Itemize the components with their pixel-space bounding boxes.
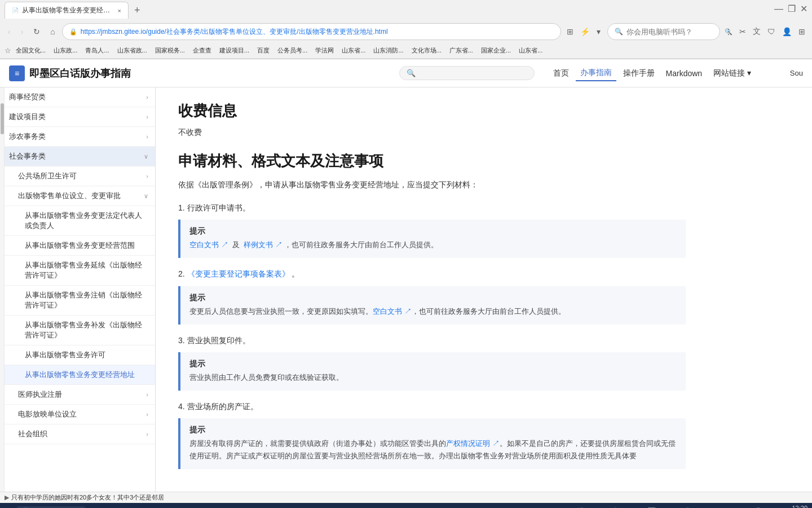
address-text: https://jmbszn.gitee.io/guide/社会事务类/出版物零… bbox=[81, 27, 554, 37]
address-bar[interactable]: 🔒 https://jmbszn.gitee.io/guide/社会事务类/出版… bbox=[62, 23, 561, 40]
sidebar-item-retail-permit[interactable]: 从事出版物零售业务许可 bbox=[5, 345, 155, 365]
tip-content-4: 房屋没有取得房产证的，就需要提供镇政府（街道办事处）或功能区管委出具的产权情况证… bbox=[189, 437, 677, 462]
sidebar-item-cancel-license[interactable]: 从事出版物零售业务注销《出版物经营许可证》 bbox=[5, 286, 155, 316]
home-button[interactable]: ⌂ bbox=[47, 25, 58, 38]
sidebar-item-agriculture[interactable]: 涉农事务类 › bbox=[5, 127, 155, 147]
tab-close-button[interactable]: × bbox=[118, 7, 121, 14]
sidebar-item-doctor[interactable]: 医师执业注册 › bbox=[5, 385, 155, 405]
sidebar-item-org[interactable]: 社会组织 › bbox=[5, 424, 155, 444]
bookmark-label: 山东省政... bbox=[117, 46, 147, 55]
sidebar-item-label: 电影放映单位设立 bbox=[18, 409, 146, 419]
sidebar-scroll-thumb bbox=[1, 103, 4, 134]
translate-button[interactable]: 文 bbox=[751, 24, 763, 39]
bookmark-item[interactable]: 山东省政... bbox=[114, 45, 151, 56]
bookmark-label: 广东省... bbox=[449, 46, 473, 55]
bookmark-item[interactable]: 百度 bbox=[254, 45, 273, 56]
forward-button[interactable]: › bbox=[17, 25, 27, 38]
new-tab-button[interactable]: + bbox=[131, 5, 144, 16]
sidebar-item-cinema[interactable]: 电影放映单位设立 › bbox=[5, 405, 155, 424]
sidebar-item-hygiene[interactable]: 公共场所卫生许可 › bbox=[5, 167, 155, 186]
thunder-button[interactable]: ⚡ bbox=[578, 25, 592, 38]
tip-title-1: 提示 bbox=[189, 226, 677, 237]
sidebar-item-publication-parent[interactable]: 出版物零售单位设立、变更审批 ∨ bbox=[5, 186, 155, 206]
sidebar-item-construction[interactable]: 建设项目类 › bbox=[5, 107, 155, 127]
sidebar-item-label: 社会组织 bbox=[18, 429, 146, 439]
bookmark-item[interactable]: 青岛人... bbox=[82, 45, 112, 56]
bookmark-item[interactable]: 全国文化... bbox=[12, 45, 49, 56]
shield-button[interactable]: 🛡 bbox=[765, 25, 778, 38]
extensions-button[interactable]: ⊞ bbox=[564, 25, 576, 38]
bookmark-item[interactable]: 山东省... bbox=[515, 45, 546, 56]
taskbar-browser-item[interactable]: 🌐 从事出版物零售... bbox=[17, 506, 85, 509]
app-logo-area: ≡ 即墨区白话版办事指南 bbox=[9, 65, 131, 81]
bookmark-item[interactable]: 企查查 bbox=[189, 45, 215, 56]
bookmark-label: 全国文化... bbox=[16, 46, 46, 55]
nav-links-item[interactable]: 网站链接 ▾ bbox=[709, 66, 756, 81]
tip-content-3: 营业执照由工作人员免费复印或在线验证获取。 bbox=[189, 371, 677, 384]
sidebar-container: 商事经贸类 › 建设项目类 › 涉农事务类 › 社会事务类 ∨ 公共场所卫生许可… bbox=[0, 87, 156, 492]
blank-doc-link-1[interactable]: 空白文书 ↗ bbox=[189, 240, 228, 249]
sidebar-item-label: 社会事务类 bbox=[9, 151, 144, 161]
sidebar-arrow-icon: › bbox=[146, 133, 148, 140]
tip-content-2: 变更后人员信息要与营业执照一致，变更原因如实填写。空白文书 ↗，也可前往政务服务… bbox=[189, 305, 677, 318]
header-search-input[interactable] bbox=[419, 69, 520, 77]
bookmark-item[interactable]: 山东省... bbox=[338, 45, 369, 56]
bookmark-item[interactable]: 学法网 bbox=[312, 45, 337, 56]
bookmark-label: 学法网 bbox=[315, 46, 334, 55]
header-search[interactable]: 🔍 bbox=[399, 66, 535, 80]
sidebar-arrow-icon: › bbox=[146, 411, 148, 418]
active-tab[interactable]: 📄 从事出版物零售业务变更经营地址 × bbox=[5, 2, 129, 19]
sidebar-item-social[interactable]: 社会事务类 ∨ bbox=[5, 147, 155, 167]
tip-box-1: 提示 空白文书 ↗ 及 样例文书 ↗ ，也可前往政务服务大厅由前台工作人员提供。 bbox=[178, 220, 686, 258]
grid-button[interactable]: ⊞ bbox=[796, 25, 807, 38]
nav-guide[interactable]: 办事指南 bbox=[576, 65, 616, 81]
bookmark-item[interactable]: 建设项目... bbox=[216, 45, 253, 56]
nav-markdown[interactable]: Markdown bbox=[661, 67, 707, 80]
bookmark-item[interactable]: 山东消防... bbox=[370, 45, 407, 56]
person-button[interactable]: 👤 bbox=[780, 25, 794, 38]
nav-home[interactable]: 首页 bbox=[549, 66, 573, 81]
minimize-button[interactable]: — bbox=[774, 3, 783, 14]
nav-links: 首页 办事指南 操作手册 Markdown 网站链接 ▾ bbox=[549, 65, 756, 81]
bookmarks-icon: ☆ bbox=[5, 46, 11, 55]
sidebar-item-commerce[interactable]: 商事经贸类 › bbox=[5, 87, 155, 107]
app-header: ≡ 即墨区白话版办事指南 🔍 首页 办事指南 操作手册 Markdown 网站链… bbox=[0, 59, 812, 87]
blank-doc-link-2[interactable]: 空白文书 ↗ bbox=[373, 307, 412, 316]
sidebar-item-label: 商事经贸类 bbox=[9, 92, 146, 102]
item-1-row: 1. 行政许可申请书。 bbox=[178, 201, 686, 215]
dropdown-button[interactable]: ▾ bbox=[594, 25, 603, 38]
bookmark-item[interactable]: 山东政... bbox=[50, 45, 81, 56]
close-button[interactable]: ✕ bbox=[800, 3, 807, 14]
tip-box-3: 提示 营业执照由工作人员免费复印或在线验证获取。 bbox=[178, 352, 686, 391]
sidebar-item-reissue-license[interactable]: 从事出版物零售业务补发《出版物经营许可证》 bbox=[5, 316, 155, 345]
bookmark-label: 山东省... bbox=[519, 46, 542, 55]
nav-manual[interactable]: 操作手册 bbox=[619, 66, 659, 81]
sidebar-item-change-legal[interactable]: 从事出版物零售业务变更法定代表人或负责人 bbox=[5, 206, 155, 236]
browser-search-bar[interactable]: 🔍 🔍 bbox=[607, 23, 720, 40]
bookmark-item[interactable]: 文化市场... bbox=[408, 45, 445, 56]
taskbar-time: 12:20 2021-4 bbox=[788, 505, 807, 508]
fee-label: 不收费 bbox=[178, 128, 686, 138]
item-3-row: 3. 营业执照复印件。 bbox=[178, 334, 686, 348]
browser-search-input[interactable] bbox=[626, 28, 721, 36]
bookmark-item[interactable]: 国家企业... bbox=[478, 45, 514, 56]
back-button[interactable]: ‹ bbox=[5, 25, 14, 38]
refresh-button[interactable]: ↻ bbox=[30, 25, 43, 38]
sidebar-item-label: 从事出版物零售业务变更法定代表人或负责人 bbox=[25, 211, 148, 231]
bookmark-item[interactable]: 广东省... bbox=[446, 45, 476, 56]
sidebar-item-change-scope[interactable]: 从事出版物零售业务变更经营范围 bbox=[5, 236, 155, 256]
sidebar-item-extend-license[interactable]: 从事出版物零售业务延续《出版物经营许可证》 bbox=[5, 256, 155, 286]
fee-section-title: 收费信息 bbox=[178, 101, 686, 121]
cut-button[interactable]: ✂ bbox=[737, 25, 748, 38]
bookmark-item[interactable]: 国家税务... bbox=[152, 45, 188, 56]
item-4-number: 4. bbox=[178, 402, 187, 411]
bookmark-item[interactable]: 公务员考... bbox=[274, 45, 311, 56]
bookmark-label: 文化市场... bbox=[412, 46, 442, 55]
restore-button[interactable]: ❐ bbox=[788, 3, 796, 14]
sidebar-item-change-address[interactable]: 从事出版物零售业务变更经营地址 bbox=[5, 365, 155, 385]
property-cert-link[interactable]: 产权情况证明 ↗ bbox=[446, 439, 500, 448]
menu-button[interactable]: ⋮ bbox=[722, 25, 735, 38]
sample-doc-link-1[interactable]: 样例文书 ↗ bbox=[244, 240, 283, 249]
tip-content-1: 空白文书 ↗ 及 样例文书 ↗ ，也可前往政务服务大厅由前台工作人员提供。 bbox=[189, 239, 677, 251]
item-2-link[interactable]: 《变更主要登记事项备案表》 bbox=[187, 269, 290, 278]
